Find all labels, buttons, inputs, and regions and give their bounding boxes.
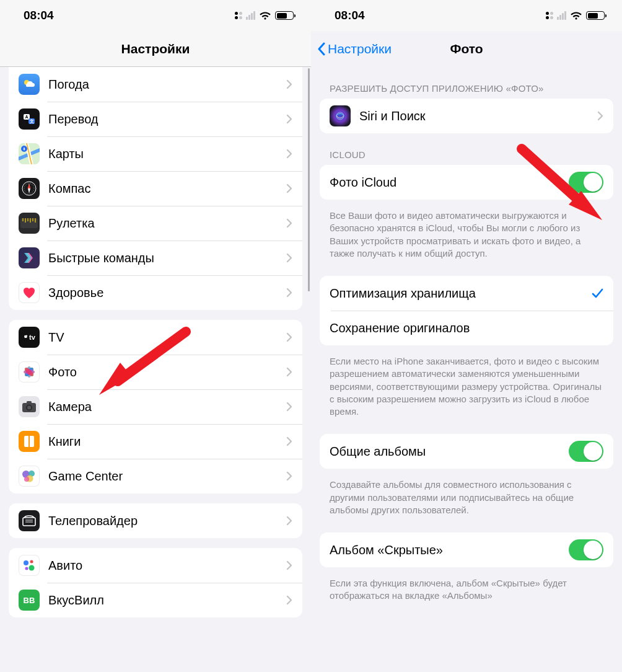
row-translate[interactable]: A文 Перевод [9,102,302,136]
row-hidden-album-toggle[interactable]: Альбом «Скрытые» [320,533,613,567]
row-label: Фото iCloud [330,175,569,190]
health-icon [19,282,40,303]
row-label: Камера [48,399,286,414]
row-label: Компас [48,181,286,196]
chevron-right-icon [286,114,292,124]
scroll-indicator[interactable] [308,68,310,291]
row-download-originals[interactable]: Сохранение оригиналов [320,311,613,345]
chevron-right-icon [286,471,292,481]
page-title: Фото [450,42,483,56]
avito-icon [19,555,40,576]
row-gamecenter[interactable]: Game Center [9,459,302,493]
photos-icon [19,361,40,382]
row-measure[interactable]: Рулетка [9,206,302,241]
row-label: Авито [48,558,286,573]
row-health[interactable]: Здоровье [9,275,302,310]
cellular-dots-icon [546,12,553,19]
svg-point-36 [30,560,33,564]
siri-icon [330,105,351,126]
row-label: Siri и Поиск [359,108,597,123]
chevron-right-icon [286,79,292,89]
row-vkusvill[interactable]: BB ВкусВилл [9,583,302,617]
compass-icon [19,178,40,199]
chevron-right-icon [286,436,292,446]
chevron-right-icon [286,367,292,377]
back-button[interactable]: Настройки [317,31,392,67]
camera-icon [19,396,40,417]
group-icloud-photos: Фото iCloud [320,165,613,200]
settings-list[interactable]: Погода A文 Перевод Карты Компас [0,67,311,672]
svg-point-35 [24,560,28,565]
svg-text:A: A [25,115,28,119]
row-label: Альбом «Скрытые» [330,542,569,557]
svg-rect-25 [27,401,32,404]
row-label: Сохранение оригиналов [330,321,603,335]
row-siri-search[interactable]: Siri и Поиск [320,99,613,133]
settings-group-tvprovider: Телепровайдер [9,503,302,538]
row-label: Быстрые команды [48,250,286,265]
teleprovider-icon [19,510,40,531]
status-bar: 08:04 [0,0,311,31]
row-weather[interactable]: Погода [9,67,302,102]
row-label: Телепровайдер [48,513,286,528]
row-compass[interactable]: Компас [9,171,302,206]
gamecenter-icon [19,466,40,487]
footer-hidden: Если эта функция включена, альбом «Скрыт… [330,577,603,603]
row-maps[interactable]: Карты [9,136,302,171]
row-icloud-photos-toggle[interactable]: Фото iCloud [320,165,613,200]
settings-group-thirdparty: Авито BB ВкусВилл [9,548,302,617]
cellular-dots-icon [235,12,242,19]
checkmark-icon [591,287,603,299]
group-shared-albums: Общие альбомы [320,434,613,469]
row-books[interactable]: Книги [9,424,302,459]
svg-point-27 [27,406,31,410]
row-label: ВкусВилл [48,593,286,608]
row-label: Общие альбомы [330,444,569,459]
hidden-album-toggle[interactable] [569,539,603,560]
row-camera[interactable]: Камера [9,389,302,424]
svg-point-37 [25,567,28,570]
row-label: Книги [48,434,286,449]
row-shared-albums-toggle[interactable]: Общие альбомы [320,434,613,469]
measure-icon [19,213,40,234]
settings-group-apps-system: Погода A文 Перевод Карты Компас [9,67,302,310]
row-label: Карты [48,146,286,161]
status-time: 08:04 [335,9,365,22]
weather-icon [19,74,40,95]
chevron-right-icon [597,111,603,121]
row-photos[interactable]: Фото [9,355,302,389]
wifi-icon [570,11,582,20]
footer-icloud: Все Ваши фото и видео автоматически выгр… [330,210,603,260]
svg-point-38 [29,565,35,571]
row-shortcuts[interactable]: Быстрые команды [9,241,302,275]
row-tv[interactable]: tv TV [9,320,302,355]
chevron-right-icon [286,402,292,412]
footer-shared: Создавайте альбомы для совместного испол… [330,479,603,516]
row-avito[interactable]: Авито [9,548,302,583]
group-storage-choice: Оптимизация хранилища Сохранение оригина… [320,276,613,345]
row-label: Перевод [48,112,286,126]
nav-header: Настройки [0,31,311,67]
svg-point-31 [24,477,29,482]
icloud-photos-toggle[interactable] [569,172,603,193]
row-optimize-storage[interactable]: Оптимизация хранилища [320,276,613,311]
footer-storage: Если место на iPhone заканчивается, фото… [330,355,603,418]
cellular-bars-icon [246,11,255,20]
group-siri: Siri и Поиск [320,99,613,133]
row-teleprovider[interactable]: Телепровайдер [9,503,302,538]
books-icon [19,431,40,452]
chevron-right-icon [286,149,292,159]
battery-icon [275,11,294,20]
battery-icon [586,11,605,20]
row-label: Фото [48,365,286,379]
photos-settings-screen: 08:04 Настройки Фото РАЗРЕШИТЬ ДОСТУП ПР… [311,0,622,672]
chevron-right-icon [286,253,292,263]
section-header-icloud: ICLOUD [330,149,603,160]
row-label: Погода [48,77,286,92]
shortcuts-icon [19,247,40,268]
shared-albums-toggle[interactable] [569,441,603,462]
chevron-left-icon [317,42,326,56]
cellular-bars-icon [557,11,566,20]
photos-settings-list[interactable]: РАЗРЕШИТЬ ДОСТУП ПРИЛОЖЕНИЮ «ФОТО» Siri … [311,67,622,672]
chevron-right-icon [286,332,292,342]
